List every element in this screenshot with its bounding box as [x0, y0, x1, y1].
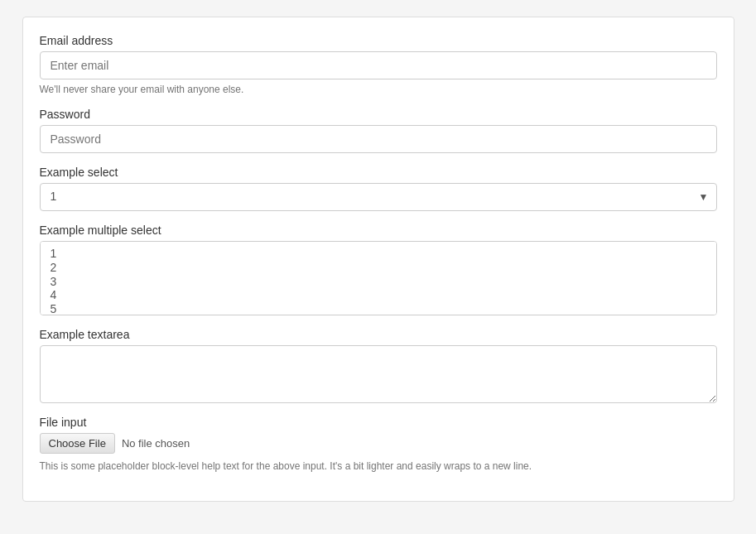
password-group: Password [40, 108, 717, 153]
choose-file-button[interactable]: Choose File [40, 433, 115, 454]
example-multiple-select[interactable]: 1 2 3 4 5 [40, 241, 717, 315]
example-select-label: Example select [40, 166, 717, 179]
file-input-group: File input Choose File No file chosen Th… [40, 416, 717, 472]
example-textarea-label: Example textarea [40, 328, 717, 341]
password-label: Password [40, 108, 717, 121]
example-multiple-select-group: Example multiple select 1 2 3 4 5 [40, 224, 717, 315]
example-textarea[interactable] [40, 345, 717, 403]
file-input-wrapper: Choose File No file chosen [40, 433, 717, 454]
email-label: Email address [40, 34, 717, 47]
file-input-label: File input [40, 416, 717, 429]
example-select-group: Example select 1 2 3 4 5 ▼ [40, 166, 717, 211]
example-textarea-group: Example textarea [40, 328, 717, 403]
email-field[interactable] [40, 51, 717, 79]
select-wrapper: 1 2 3 4 5 ▼ [40, 183, 717, 211]
example-multiple-select-label: Example multiple select [40, 224, 717, 237]
form-container: Email address We'll never share your ema… [22, 17, 734, 502]
email-help-text: We'll never share your email with anyone… [40, 84, 717, 95]
file-input-help-text: This is some placeholder block-level hel… [40, 460, 717, 472]
example-select[interactable]: 1 2 3 4 5 [40, 183, 717, 211]
email-group: Email address We'll never share your ema… [40, 34, 717, 95]
no-file-text: No file chosen [122, 437, 190, 450]
password-field[interactable] [40, 125, 717, 153]
